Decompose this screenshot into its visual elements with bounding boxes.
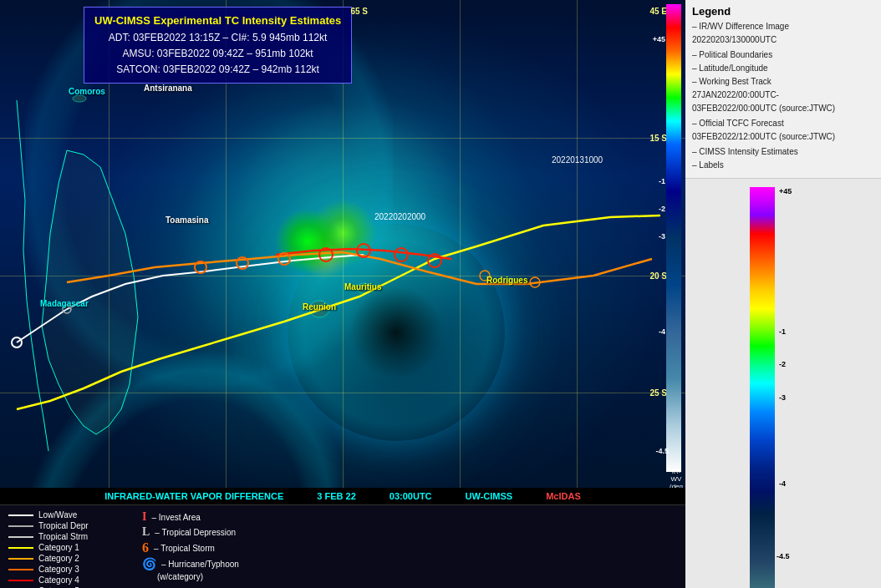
legend-datetime: 20220203/130000UTC bbox=[692, 34, 874, 46]
lat-label-25s: 25 S bbox=[649, 388, 667, 398]
track-color-legend: Low/Wave Tropical Depr Tropical Strm Cat… bbox=[8, 510, 125, 588]
legend-label-depr: Tropical Depr bbox=[38, 521, 89, 530]
legend-low-wave: Low/Wave bbox=[8, 510, 125, 520]
lat-label-15s: 15 S bbox=[649, 134, 667, 143]
legend-line-yellow bbox=[8, 547, 33, 549]
legend-best-track: – Working Best Track bbox=[692, 76, 874, 88]
convection-area bbox=[261, 200, 378, 283]
invest-label: – Invest Area bbox=[151, 513, 200, 522]
legend-label-strm: Tropical Strm bbox=[38, 532, 88, 541]
hurricane-symbol: 🌀 bbox=[142, 557, 156, 570]
rodrigues-label: Rodrigues bbox=[486, 276, 527, 285]
lat-label-20s: 20 S bbox=[649, 271, 667, 281]
hurricane-sub-label: (w/category) bbox=[157, 572, 203, 581]
madagascar-label: Madagascar bbox=[40, 299, 89, 308]
scale-label-3: -3 bbox=[659, 232, 665, 241]
right-panel: Legend – IR/WV Difference Image 20220203… bbox=[685, 0, 881, 588]
hurricane-label: – Hurricane/Typhoon bbox=[161, 560, 239, 569]
date-label: 3 FEB 22 bbox=[317, 491, 355, 501]
color-scale-container: +45 -1 -2 -3 -4 -4.5 IR-WV(deg C) bbox=[700, 187, 867, 588]
antsiranana-label: Antsiranana bbox=[144, 84, 192, 93]
legend-track-date1: 27JAN2022/00:00UTC- bbox=[692, 89, 874, 101]
legend-intensity: – CIMSS Intensity Estimates bbox=[692, 146, 874, 158]
legend-tropical-strm: Tropical Strm bbox=[8, 532, 125, 541]
satcon-line: SATCON: 03FEB2022 09:42Z – 942mb 112kt bbox=[94, 62, 341, 78]
legend-bottom: Low/Wave Tropical Depr Tropical Strm Cat… bbox=[0, 504, 685, 588]
scale-label-4: -4 bbox=[659, 327, 665, 336]
symbol-legend: I – Invest Area L – Tropical Depression … bbox=[142, 510, 309, 581]
source-label: UW-CIMSS bbox=[466, 491, 513, 501]
legend-cat3: Category 3 bbox=[8, 565, 125, 574]
symbol-tropical-storm: 6 – Tropical Storm bbox=[142, 540, 309, 555]
legend-panel: Legend – IR/WV Difference Image 20220203… bbox=[685, 0, 881, 179]
legend-label-cat4: Category 4 bbox=[38, 575, 79, 585]
rp-scale-45: +45 bbox=[779, 187, 792, 195]
ir-color-scale bbox=[666, 4, 681, 472]
time-label: 03:00UTC bbox=[390, 491, 432, 501]
toamasina-label: Toamasina bbox=[166, 215, 209, 225]
rp-scale-1: -1 bbox=[779, 327, 786, 336]
amsu-line: AMSU: 03FEB2022 09:42Z – 951mb 102kt bbox=[94, 46, 341, 62]
reunion-label: Reunion bbox=[303, 302, 336, 312]
product-label: INFRARED-WATER VAPOR DIFFERENCE bbox=[104, 491, 283, 501]
mauritius-label: Mauritius bbox=[344, 282, 381, 291]
legend-label-cat3: Category 3 bbox=[38, 565, 79, 574]
info-title: UW-CIMSS Experimental TC Intensity Estim… bbox=[94, 13, 341, 30]
legend-boundaries: – Political Boundaries bbox=[692, 49, 874, 61]
legend-tropical-depr: Tropical Depr bbox=[8, 521, 125, 530]
scale-label-45: +45 bbox=[653, 35, 665, 43]
info-box: UW-CIMSS Experimental TC Intensity Estim… bbox=[84, 7, 352, 84]
comoros-label: Comoros bbox=[69, 87, 105, 96]
legend-latlon: – Latitude/Longitude bbox=[692, 63, 874, 74]
legend-track-date2: 03FEB2022/00:00UTC (source:JTWC) bbox=[692, 103, 874, 114]
storm-label: – Tropical Storm bbox=[154, 544, 215, 553]
legend-ir-image: – IR/WV Difference Image bbox=[692, 21, 874, 33]
storm-symbol: 6 bbox=[142, 540, 149, 555]
depression-symbol: L bbox=[142, 525, 150, 539]
scale-label-1: -1 bbox=[659, 177, 665, 185]
legend-title: Legend bbox=[692, 5, 874, 18]
legend-line-white bbox=[8, 514, 33, 516]
legend-label-cat2: Category 2 bbox=[38, 554, 79, 563]
lat-label-65s: 65 S bbox=[350, 7, 368, 16]
legend-line-grey bbox=[8, 525, 33, 527]
main-container: 20220202000 20220131000 UW-CIMSS Experim… bbox=[0, 0, 881, 588]
depression-label: – Tropical Depression bbox=[155, 528, 236, 537]
legend-label-cat1: Category 1 bbox=[38, 543, 79, 552]
map-area: 20220202000 20220131000 UW-CIMSS Experim… bbox=[0, 0, 685, 588]
legend-labels: – Labels bbox=[692, 160, 874, 171]
rp-scale-2: -2 bbox=[779, 360, 786, 368]
color-gradient-bar bbox=[750, 187, 775, 588]
symbol-hurricane-sub: 🌀 (w/category) bbox=[142, 572, 309, 581]
legend-label-low: Low/Wave bbox=[38, 510, 77, 520]
status-bar: INFRARED-WATER VAPOR DIFFERENCE 3 FEB 22… bbox=[0, 488, 685, 504]
rp-scale-3: -3 bbox=[779, 393, 786, 402]
adt-line: ADT: 03FEB2022 13:15Z – CI#: 5.9 945mb 1… bbox=[94, 30, 341, 46]
legend-forecast-date: 03FEB2022/12:00UTC (source:JTWC) bbox=[692, 131, 874, 143]
legend-cat2: Category 2 bbox=[8, 554, 125, 563]
legend-line-orange-light bbox=[8, 558, 33, 560]
rp-scale-4: -4 bbox=[779, 479, 786, 488]
legend-cat4: Category 4 bbox=[8, 575, 125, 585]
scale-label-2: -2 bbox=[659, 205, 665, 213]
symbol-invest: I – Invest Area bbox=[142, 510, 309, 524]
lat-label-45e: 45 E bbox=[649, 7, 667, 16]
symbol-tropical-depression: L – Tropical Depression bbox=[142, 525, 309, 539]
invest-symbol: I bbox=[142, 510, 146, 524]
rp-scale-45-neg: -4.5 bbox=[777, 552, 790, 560]
spacer: 🌀 bbox=[142, 572, 152, 581]
scale-label-45-neg: -4.5 bbox=[655, 447, 669, 455]
legend-line-lightgrey bbox=[8, 536, 33, 538]
legend-line-red bbox=[8, 580, 33, 581]
legend-line-orange bbox=[8, 569, 33, 570]
legend-forecast: – Official TCFC Forecast bbox=[692, 118, 874, 129]
symbol-hurricane: 🌀 – Hurricane/Typhoon bbox=[142, 557, 309, 570]
legend-cat1: Category 1 bbox=[8, 543, 125, 552]
software-label: McIDAS bbox=[546, 491, 581, 501]
